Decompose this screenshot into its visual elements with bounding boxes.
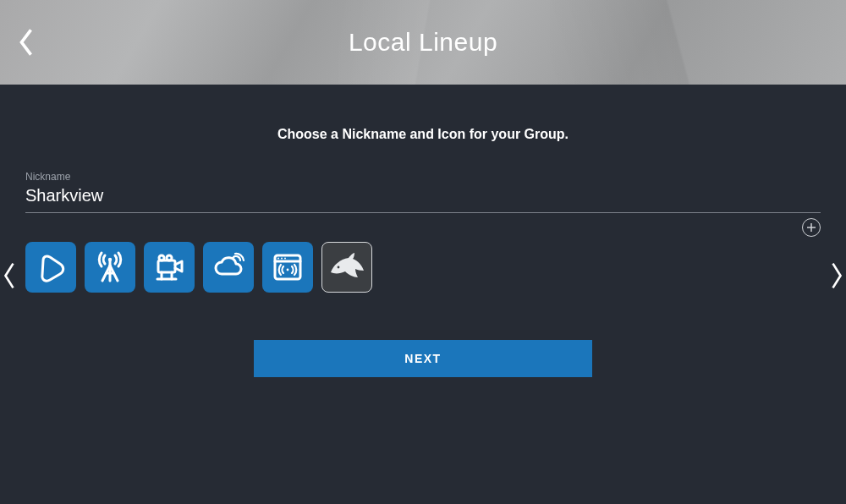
page-title: Local Lineup [349, 28, 497, 57]
chevron-right-icon [829, 259, 844, 293]
nickname-label: Nickname [25, 171, 821, 183]
header-bar: Local Lineup [0, 0, 846, 85]
svg-point-15 [277, 258, 279, 260]
icon-option-play[interactable] [25, 242, 76, 293]
cloud-broadcast-icon [210, 249, 247, 286]
camera-icon [151, 249, 188, 286]
play-icon [34, 250, 68, 284]
icon-option-browser[interactable] [262, 242, 313, 293]
antenna-icon [91, 249, 129, 286]
add-icon-button[interactable] [802, 218, 821, 237]
instruction-text: Choose a Nickname and Icon for your Grou… [25, 127, 821, 142]
svg-point-8 [159, 255, 164, 260]
svg-point-17 [284, 258, 286, 260]
icon-option-antenna[interactable] [85, 242, 135, 293]
svg-point-16 [281, 258, 283, 260]
svg-point-19 [338, 266, 340, 269]
content-area: Choose a Nickname and Icon for your Grou… [0, 85, 846, 377]
back-button[interactable] [17, 25, 36, 59]
icon-option-shark[interactable] [321, 242, 372, 293]
chevron-left-icon [2, 259, 17, 293]
nickname-input[interactable] [25, 184, 821, 213]
icon-selector [25, 242, 821, 310]
next-button[interactable]: NEXT [254, 340, 592, 377]
icon-scroll-left[interactable] [2, 259, 17, 293]
svg-rect-7 [158, 260, 175, 272]
plus-icon [806, 222, 816, 233]
icon-scroll-right[interactable] [829, 259, 844, 293]
svg-point-9 [167, 255, 172, 260]
shark-icon [327, 247, 367, 288]
icon-option-cloud[interactable] [203, 242, 254, 293]
browser-stream-icon [269, 249, 306, 286]
svg-point-18 [287, 269, 289, 271]
icon-option-camera[interactable] [144, 242, 195, 293]
icon-row [25, 242, 821, 293]
chevron-left-icon [17, 25, 36, 59]
